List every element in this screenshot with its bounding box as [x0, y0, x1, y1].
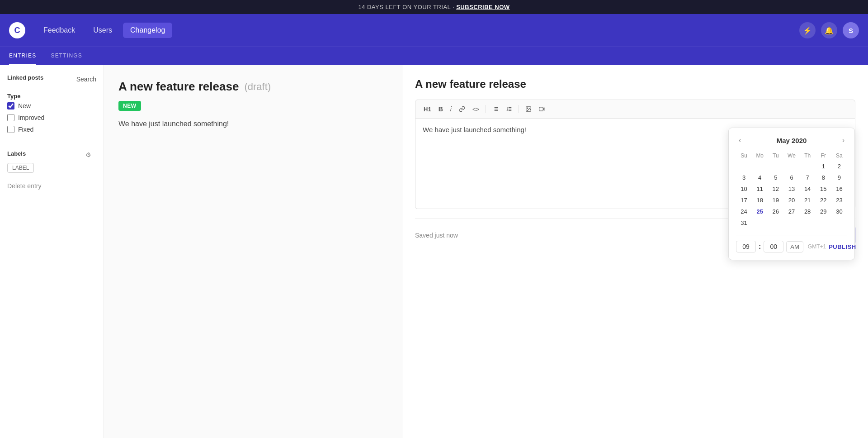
cal-header-mo: Mo: [752, 151, 768, 161]
toolbar-unordered-list[interactable]: [490, 104, 501, 114]
draft-label: (draft): [244, 81, 271, 93]
notification-icon-btn[interactable]: 🔔: [821, 22, 837, 38]
calendar-day[interactable]: 30: [831, 206, 847, 217]
lightning-icon-btn[interactable]: ⚡: [799, 22, 816, 38]
calendar-day[interactable]: 31: [736, 217, 752, 229]
nav-changelog[interactable]: Changelog: [123, 23, 172, 38]
entry-title: A new feature release (draft): [118, 80, 387, 94]
calendar-day[interactable]: 5: [768, 172, 783, 183]
calendar-day[interactable]: 13: [783, 183, 799, 195]
calendar-day[interactable]: 15: [816, 183, 831, 195]
trial-message: 14 DAYS LEFT ON YOUR TRIAL ·: [358, 4, 456, 10]
delete-entry-link[interactable]: Delete entry: [7, 182, 41, 190]
toolbar-h1[interactable]: H1: [421, 104, 434, 114]
calendar-day[interactable]: 24: [736, 206, 752, 217]
subscribe-link[interactable]: SUBSCRIBE NOW: [456, 4, 509, 10]
nav-right: ⚡ 🔔 S: [799, 22, 859, 38]
calendar-header: ‹ May 2020 ›: [736, 135, 847, 145]
toolbar-image[interactable]: [523, 104, 534, 114]
ampm-toggle[interactable]: AM: [786, 241, 803, 252]
labels-section: Labels ⚙ LABEL: [7, 147, 96, 173]
calendar-publish-btn[interactable]: PUBLISH: [829, 243, 856, 250]
calendar-next-btn[interactable]: ›: [840, 135, 847, 145]
calendar-day[interactable]: 8: [816, 172, 831, 183]
calendar-day[interactable]: 2: [831, 161, 847, 172]
type-label: Type: [7, 93, 96, 100]
type-new-item[interactable]: New: [7, 102, 96, 110]
type-improved-item[interactable]: Improved: [7, 114, 96, 121]
calendar-day[interactable]: 6: [783, 172, 799, 183]
logo[interactable]: C: [9, 22, 25, 38]
calendar-container: ‹ May 2020 › Su Mo Tu We Th Fr: [728, 128, 855, 260]
saved-status: Saved just now: [415, 232, 458, 239]
calendar-day[interactable]: 28: [800, 206, 816, 217]
toolbar-ordered-list[interactable]: [503, 104, 515, 114]
calendar-month-year: May 2020: [777, 137, 807, 144]
label-tag[interactable]: LABEL: [7, 163, 34, 173]
left-sidebar: Linked posts Search Type New Improved Fi…: [0, 65, 104, 438]
type-improved-checkbox[interactable]: [7, 114, 14, 121]
calendar-day[interactable]: 20: [783, 195, 799, 206]
calendar-day[interactable]: 12: [768, 183, 783, 195]
linked-posts-header: Linked posts Search: [7, 74, 96, 84]
cal-header-su: Su: [736, 151, 752, 161]
calendar-day[interactable]: 10: [736, 183, 752, 195]
calendar-day: [800, 217, 816, 229]
cal-header-th: Th: [800, 151, 816, 161]
calendar-day: [736, 161, 752, 172]
calendar-day[interactable]: 21: [800, 195, 816, 206]
calendar-day[interactable]: 18: [752, 195, 768, 206]
toolbar-italic[interactable]: i: [448, 104, 454, 114]
calendar-day[interactable]: 4: [752, 172, 768, 183]
calendar-day[interactable]: 29: [816, 206, 831, 217]
type-fixed-label: Fixed: [18, 126, 33, 133]
calendar-day[interactable]: 23: [831, 195, 847, 206]
time-minute-input[interactable]: [764, 241, 783, 252]
calendar-day[interactable]: 16: [831, 183, 847, 195]
calendar-day[interactable]: 26: [768, 206, 783, 217]
nav-users[interactable]: Users: [86, 23, 119, 38]
type-new-checkbox[interactable]: [7, 102, 14, 110]
cal-header-we: We: [783, 151, 799, 161]
subnav-entries[interactable]: ENTRIES: [9, 47, 36, 65]
middle-panel: A new feature release (draft) NEW We hav…: [104, 65, 402, 438]
toolbar-bold[interactable]: B: [436, 104, 446, 114]
cal-header-sa: Sa: [831, 151, 847, 161]
calendar-day[interactable]: 9: [831, 172, 847, 183]
toolbar-divider-2: [519, 105, 519, 113]
editor-wrapper: H1 B i <>: [415, 100, 855, 209]
labels-header: Labels ⚙: [7, 147, 96, 163]
svg-point-10: [527, 108, 528, 109]
calendar-day: [768, 217, 783, 229]
type-fixed-item[interactable]: Fixed: [7, 126, 96, 133]
editor-content[interactable]: We have just launched something! ‹ May 2…: [415, 119, 855, 209]
calendar-day[interactable]: 1: [816, 161, 831, 172]
type-fixed-checkbox[interactable]: [7, 126, 14, 133]
calendar-day[interactable]: 11: [752, 183, 768, 195]
calendar-day: [768, 161, 783, 172]
avatar[interactable]: S: [843, 22, 859, 38]
top-nav: C Feedback Users Changelog ⚡ 🔔 S: [0, 14, 868, 47]
calendar-prev-btn[interactable]: ‹: [736, 135, 744, 145]
sub-nav: ENTRIES SETTINGS: [0, 47, 868, 65]
calendar-day[interactable]: 7: [800, 172, 816, 183]
toolbar-video[interactable]: [536, 104, 548, 114]
calendar-day[interactable]: 25: [752, 206, 768, 217]
labels-settings-icon[interactable]: ⚙: [80, 147, 96, 163]
calendar-day[interactable]: 27: [783, 206, 799, 217]
subnav-settings[interactable]: SETTINGS: [51, 47, 82, 65]
entry-body: We have just launched something!: [118, 118, 387, 130]
calendar-day: [783, 161, 799, 172]
linked-posts-search[interactable]: Search: [76, 76, 96, 83]
main-layout: Linked posts Search Type New Improved Fi…: [0, 65, 868, 438]
calendar-day[interactable]: 17: [736, 195, 752, 206]
time-hour-input[interactable]: [736, 241, 756, 252]
calendar-day[interactable]: 3: [736, 172, 752, 183]
calendar-day[interactable]: 22: [816, 195, 831, 206]
calendar-day[interactable]: 19: [768, 195, 783, 206]
calendar-day[interactable]: 14: [800, 183, 816, 195]
nav-feedback[interactable]: Feedback: [36, 23, 82, 38]
svg-rect-12: [539, 107, 543, 111]
toolbar-code[interactable]: <>: [470, 104, 482, 114]
toolbar-link[interactable]: [456, 104, 468, 114]
